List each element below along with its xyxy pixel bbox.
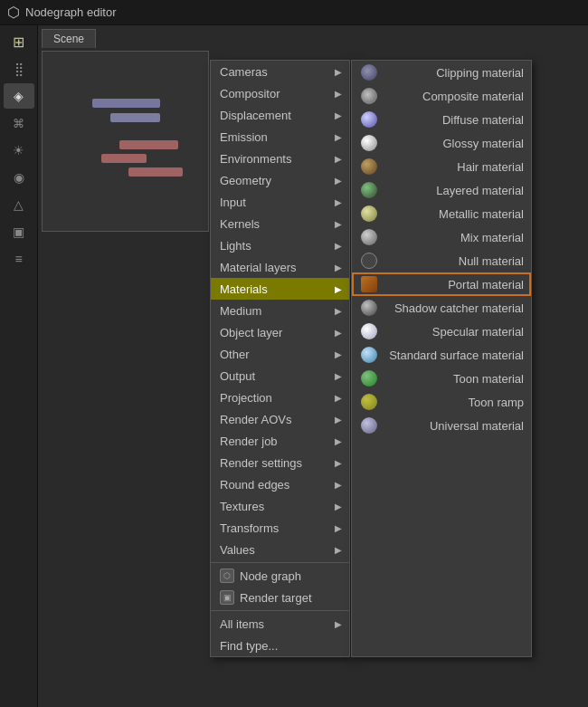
sidebar-icon-1[interactable]: ⊞ bbox=[4, 29, 34, 54]
submenu-arrow: ▶ bbox=[335, 67, 342, 77]
menu-item-render-aovs[interactable]: Render AOVs ▶ bbox=[211, 408, 349, 430]
menu-item-node-graph[interactable]: ⬡ Node graph bbox=[211, 565, 349, 587]
submenu-arrow: ▶ bbox=[335, 458, 342, 468]
sidebar-icon-7[interactable]: △ bbox=[4, 192, 34, 217]
submenu-arrow: ▶ bbox=[335, 284, 342, 294]
submenu-arrow: ▶ bbox=[335, 371, 342, 381]
svg-rect-3 bbox=[101, 154, 147, 163]
submenu-item-diffuse[interactable]: Diffuse material bbox=[352, 108, 531, 131]
menu-item-cameras[interactable]: Cameras ▶ bbox=[211, 61, 349, 82]
app-icon: ⬡ bbox=[7, 4, 20, 21]
submenu-arrow: ▶ bbox=[335, 436, 342, 446]
menu-item-input[interactable]: Input ▶ bbox=[211, 191, 349, 213]
menu-item-find-type[interactable]: Find type... bbox=[211, 635, 349, 656]
materials-submenu: Clipping material Composite material Dif… bbox=[351, 60, 532, 657]
svg-rect-1 bbox=[110, 113, 160, 122]
sidebar-icon-6[interactable]: ◉ bbox=[4, 165, 34, 190]
sidebar-icon-9[interactable]: ≡ bbox=[4, 246, 34, 272]
submenu-arrow: ▶ bbox=[335, 219, 342, 229]
render-target-icon: ▣ bbox=[220, 590, 234, 605]
submenu-arrow: ▶ bbox=[335, 110, 342, 120]
submenu-arrow: ▶ bbox=[335, 328, 342, 338]
menu-item-geometry[interactable]: Geometry ▶ bbox=[211, 169, 349, 191]
menu-item-output[interactable]: Output ▶ bbox=[211, 365, 349, 387]
menu-item-emission[interactable]: Emission ▶ bbox=[211, 126, 349, 148]
submenu-item-shadow[interactable]: Shadow catcher material bbox=[352, 296, 531, 320]
menu-item-kernels[interactable]: Kernels ▶ bbox=[211, 213, 349, 234]
menu-item-displacement[interactable]: Displacement ▶ bbox=[211, 104, 349, 126]
submenu-arrow: ▶ bbox=[335, 480, 342, 490]
canvas-content bbox=[43, 52, 208, 231]
toon-material-icon bbox=[361, 370, 377, 387]
specular-material-icon bbox=[361, 323, 377, 339]
sidebar-icon-3[interactable]: ◈ bbox=[4, 83, 34, 109]
portal-material-icon bbox=[361, 276, 377, 292]
sidebar-icon-5[interactable]: ☀ bbox=[4, 138, 34, 163]
submenu-arrow: ▶ bbox=[335, 241, 342, 251]
menu-item-materials[interactable]: Materials ▶ bbox=[211, 278, 349, 300]
hair-material-icon bbox=[361, 158, 377, 175]
submenu-arrow: ▶ bbox=[335, 545, 342, 555]
title-bar: ⬡ Nodegraph editor bbox=[0, 0, 588, 25]
menu-item-render-target[interactable]: ▣ Render target bbox=[211, 587, 349, 608]
submenu-item-mix[interactable]: Mix material bbox=[352, 225, 531, 249]
menu-item-round-edges[interactable]: Round edges ▶ bbox=[211, 473, 349, 495]
standard-surface-material-icon bbox=[361, 347, 377, 363]
menu-item-lights[interactable]: Lights ▶ bbox=[211, 234, 349, 256]
submenu-arrow: ▶ bbox=[335, 89, 342, 99]
menu-item-projection[interactable]: Projection ▶ bbox=[211, 387, 349, 408]
sidebar-icon-4[interactable]: ⌘ bbox=[4, 110, 34, 136]
submenu-item-toon[interactable]: Toon material bbox=[352, 367, 531, 390]
menu-item-medium[interactable]: Medium ▶ bbox=[211, 300, 349, 321]
submenu-arrow: ▶ bbox=[335, 619, 342, 629]
menu-item-other[interactable]: Other ▶ bbox=[211, 343, 349, 365]
submenu-item-specular[interactable]: Specular material bbox=[352, 320, 531, 343]
submenu-item-metallic[interactable]: Metallic material bbox=[352, 202, 531, 225]
mix-material-icon bbox=[361, 229, 377, 245]
submenu-arrow: ▶ bbox=[335, 154, 342, 164]
submenu-arrow: ▶ bbox=[335, 132, 342, 142]
primary-menu: Cameras ▶ Compositor ▶ Displacement ▶ Em… bbox=[210, 60, 350, 657]
menu-item-render-job[interactable]: Render job ▶ bbox=[211, 430, 349, 452]
null-material-icon bbox=[361, 253, 377, 269]
submenu-item-composite[interactable]: Composite material bbox=[352, 84, 531, 108]
universal-material-icon bbox=[361, 417, 377, 434]
toon-ramp-material-icon bbox=[361, 394, 377, 410]
diffuse-material-icon bbox=[361, 111, 377, 128]
submenu-item-standard-surface[interactable]: Standard surface material bbox=[352, 343, 531, 367]
submenu-item-clipping[interactable]: Clipping material bbox=[352, 61, 531, 84]
menu-item-render-settings[interactable]: Render settings ▶ bbox=[211, 452, 349, 473]
submenu-item-null[interactable]: Null material bbox=[352, 249, 531, 272]
submenu-item-glossy[interactable]: Glossy material bbox=[352, 131, 531, 155]
submenu-item-layered[interactable]: Layered material bbox=[352, 178, 531, 202]
submenu-item-universal[interactable]: Universal material bbox=[352, 414, 531, 437]
menu-item-values[interactable]: Values ▶ bbox=[211, 539, 349, 560]
submenu-arrow: ▶ bbox=[335, 263, 342, 272]
menu-item-object-layer[interactable]: Object layer ▶ bbox=[211, 321, 349, 343]
node-graph-icon: ⬡ bbox=[220, 568, 234, 583]
menu-item-compositor[interactable]: Compositor ▶ bbox=[211, 82, 349, 104]
submenu-arrow: ▶ bbox=[335, 197, 342, 207]
scene-tab[interactable]: Scene bbox=[42, 29, 96, 48]
svg-rect-0 bbox=[92, 99, 160, 108]
submenu-item-hair[interactable]: Hair material bbox=[352, 155, 531, 178]
sidebar-icon-2[interactable]: ⣿ bbox=[4, 56, 34, 81]
submenu-item-toon-ramp[interactable]: Toon ramp bbox=[352, 390, 531, 414]
submenu-arrow: ▶ bbox=[335, 502, 342, 511]
submenu-arrow: ▶ bbox=[335, 415, 342, 425]
menu-divider-1 bbox=[211, 562, 349, 563]
submenu-item-portal[interactable]: Portal material bbox=[352, 272, 531, 296]
sidebar-icon-8[interactable]: ▣ bbox=[4, 219, 34, 244]
menu-item-transforms[interactable]: Transforms ▶ bbox=[211, 517, 349, 539]
menu-item-material-layers[interactable]: Material layers ▶ bbox=[211, 256, 349, 278]
shadow-material-icon bbox=[361, 300, 377, 316]
composite-material-icon bbox=[361, 88, 377, 104]
menu-item-all-items[interactable]: All items ▶ bbox=[211, 613, 349, 635]
main-area: Scene Cameras ▶ Compositor ▶ bbox=[38, 25, 588, 707]
node-canvas bbox=[42, 51, 209, 232]
menu-item-textures[interactable]: Textures ▶ bbox=[211, 495, 349, 517]
menu-item-environments[interactable]: Environments ▶ bbox=[211, 148, 349, 169]
app-title: Nodegraph editor bbox=[25, 5, 116, 19]
metallic-material-icon bbox=[361, 205, 377, 222]
node-graph-svg bbox=[43, 52, 208, 231]
